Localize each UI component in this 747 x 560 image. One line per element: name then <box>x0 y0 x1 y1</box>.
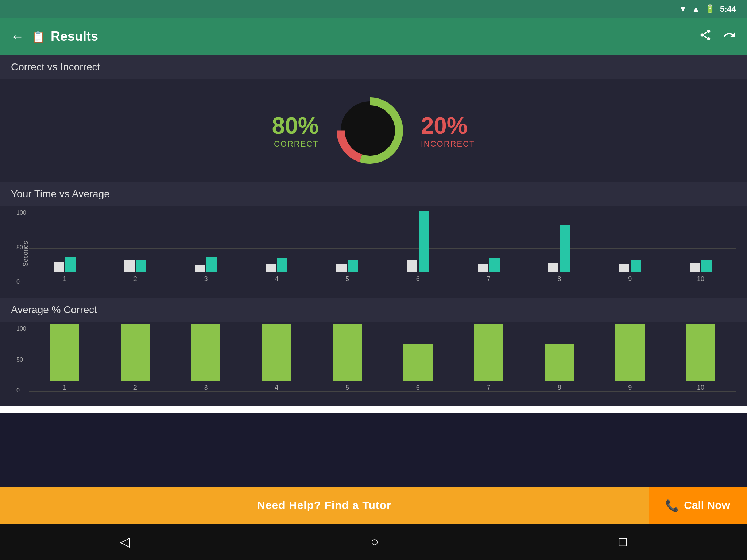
time-bars-row: 12345678910 <box>29 214 736 283</box>
nav-home-button[interactable]: ○ <box>371 534 379 549</box>
white-bar <box>548 262 558 272</box>
time-bar-group-2: 2 <box>124 260 146 283</box>
avg-bar-label-10: 10 <box>697 384 704 392</box>
time-bar-label-2: 2 <box>133 275 137 283</box>
avg-bar-label-2: 2 <box>133 384 137 392</box>
action-icons <box>699 28 736 44</box>
signal-icon: ▲ <box>692 4 700 14</box>
white-bar <box>619 264 629 272</box>
phone-icon: 📞 <box>665 499 679 512</box>
time-bar-label-3: 3 <box>204 275 208 283</box>
teal-bar <box>419 211 429 272</box>
green-bar <box>262 324 291 381</box>
white-bar <box>195 265 205 272</box>
avg-bar-group-7: 7 <box>474 324 503 392</box>
nav-bar: ◁ ○ □ <box>0 524 747 560</box>
wifi-icon: ▼ <box>679 4 687 14</box>
time-bar-group-4: 4 <box>266 258 287 283</box>
time-vs-average-header: Your Time vs Average <box>0 182 747 206</box>
document-icon: 📋 <box>31 30 45 43</box>
time-bar-label-1: 1 <box>63 275 66 283</box>
teal-bar <box>560 225 570 272</box>
teal-bar <box>701 260 712 272</box>
find-tutor-text: Need Help? Find a Tutor <box>257 499 391 512</box>
avg-bar-group-6: 6 <box>403 344 433 392</box>
green-bar <box>403 344 433 381</box>
time-bar-label-10: 10 <box>697 275 704 283</box>
incorrect-label: 20% INCORRECT <box>421 112 475 149</box>
bottom-banner: Need Help? Find a Tutor 📞 Call Now <box>0 487 747 524</box>
teal-bar <box>206 257 217 272</box>
teal-bar <box>65 257 76 272</box>
time-bar-group-9: 9 <box>619 260 641 283</box>
avg-bar-label-1: 1 <box>63 384 66 392</box>
time-bar-group-8: 8 <box>548 225 570 283</box>
white-bar <box>690 262 700 272</box>
spacer <box>0 406 747 413</box>
app-bar: ← 📋 Results <box>0 18 747 55</box>
time-bar-label-4: 4 <box>275 275 278 283</box>
status-icons: ▼ ▲ 🔋 5:44 <box>679 4 736 14</box>
donut-section: 80% CORRECT 20% INCORRECT <box>0 79 747 182</box>
correct-sub: CORRECT <box>272 139 319 149</box>
donut-chart <box>333 94 406 167</box>
battery-icon: 🔋 <box>705 4 715 14</box>
time-display: 5:44 <box>720 4 736 14</box>
correct-vs-incorrect-header: Correct vs Incorrect <box>0 55 747 79</box>
page-title: Results <box>51 29 699 44</box>
nav-recent-button[interactable]: □ <box>619 534 627 549</box>
find-tutor-banner[interactable]: Need Help? Find a Tutor <box>0 487 649 524</box>
status-bar: ▼ ▲ 🔋 5:44 <box>0 0 747 18</box>
call-now-text: Call Now <box>684 499 730 512</box>
share-icon[interactable] <box>699 28 712 44</box>
time-bar-label-8: 8 <box>557 275 561 283</box>
time-bar-group-5: 5 <box>336 260 358 283</box>
avg-bar-label-9: 9 <box>628 384 632 392</box>
avg-bar-label-5: 5 <box>345 384 349 392</box>
nav-back-button[interactable]: ◁ <box>120 534 130 549</box>
teal-bar <box>136 260 146 272</box>
green-bar <box>50 324 79 381</box>
white-bar <box>336 264 347 272</box>
time-bar-group-6: 6 <box>407 211 429 283</box>
avg-chart-area: 100 50 0 12345678910 <box>29 330 736 402</box>
teal-bar <box>277 258 287 272</box>
avg-bar-group-3: 3 <box>191 324 220 392</box>
avg-bars-row: 12345678910 <box>29 330 736 392</box>
time-bar-group-3: 3 <box>195 257 217 283</box>
green-bar <box>191 324 220 381</box>
avg-bar-group-8: 8 <box>545 344 574 392</box>
time-bar-label-9: 9 <box>628 275 632 283</box>
back-button[interactable]: ← <box>11 29 24 44</box>
green-bar <box>121 324 150 381</box>
green-bar <box>615 324 645 381</box>
call-now-button[interactable]: 📞 Call Now <box>649 487 747 524</box>
incorrect-sub: INCORRECT <box>421 139 475 149</box>
time-chart-area: Seconds 100 50 0 12345678910 <box>29 214 736 294</box>
time-bar-group-1: 1 <box>54 257 76 283</box>
avg-bar-group-5: 5 <box>333 324 362 392</box>
avg-chart-section: 100 50 0 12345678910 <box>0 322 747 406</box>
avg-bar-label-3: 3 <box>204 384 208 392</box>
avg-bar-group-2: 2 <box>121 324 150 392</box>
avg-bar-label-4: 4 <box>275 384 278 392</box>
time-bar-label-7: 7 <box>487 275 491 283</box>
white-bar <box>478 264 488 272</box>
teal-bar <box>489 258 500 272</box>
redo-icon[interactable] <box>723 28 736 44</box>
green-bar <box>686 324 715 381</box>
avg-percent-header: Average % Correct <box>0 298 747 322</box>
avg-bar-group-9: 9 <box>615 324 645 392</box>
time-bar-group-10: 10 <box>690 260 712 283</box>
green-bar <box>474 324 503 381</box>
teal-bar <box>631 260 641 272</box>
avg-bar-group-1: 1 <box>50 324 79 392</box>
time-chart-section: Seconds 100 50 0 12345678910 <box>0 206 747 298</box>
avg-bar-group-10: 10 <box>686 324 715 392</box>
white-bar <box>266 264 276 272</box>
time-bar-group-7: 7 <box>478 258 500 283</box>
green-bar <box>333 324 362 381</box>
incorrect-percent: 20% <box>421 112 475 139</box>
time-bar-label-6: 6 <box>416 275 420 283</box>
correct-label: 80% CORRECT <box>272 112 319 149</box>
